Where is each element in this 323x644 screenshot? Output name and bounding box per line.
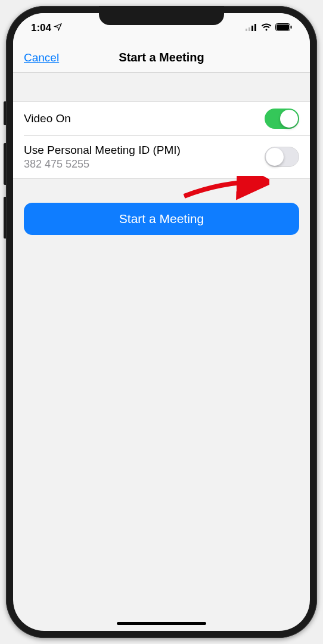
notch (99, 6, 224, 25)
toggle-knob (266, 148, 284, 166)
pmi-row: Use Personal Meeting ID (PMI) 382 475 52… (13, 135, 310, 178)
cellular-icon (246, 23, 257, 33)
status-time: 1:04 (31, 22, 51, 34)
toggle-knob (280, 110, 298, 128)
button-area: Start a Meeting (13, 179, 310, 235)
svg-rect-6 (291, 26, 292, 29)
page-title: Start a Meeting (24, 51, 299, 64)
svg-rect-3 (254, 24, 256, 31)
start-meeting-button[interactable]: Start a Meeting (24, 203, 299, 235)
video-on-toggle[interactable] (265, 109, 299, 129)
location-icon (54, 22, 62, 34)
pmi-toggle[interactable] (265, 147, 299, 167)
cancel-button[interactable]: Cancel (24, 51, 59, 64)
svg-rect-0 (246, 29, 247, 31)
svg-rect-5 (277, 24, 289, 30)
svg-rect-1 (249, 27, 250, 31)
settings-group: Video On Use Personal Meeting ID (PMI) 3… (13, 101, 310, 179)
home-indicator[interactable] (117, 622, 206, 625)
battery-icon (275, 23, 292, 33)
pmi-value: 382 475 5255 (24, 158, 181, 171)
status-right (246, 23, 292, 33)
nav-bar: Cancel Start a Meeting (13, 43, 310, 73)
status-left: 1:04 (31, 22, 62, 34)
pmi-text: Use Personal Meeting ID (PMI) 382 475 52… (24, 144, 181, 171)
header-gap (13, 73, 310, 101)
wifi-icon (261, 23, 272, 33)
video-on-row: Video On (13, 102, 310, 135)
svg-rect-2 (251, 26, 253, 31)
video-on-label: Video On (24, 112, 71, 125)
pmi-label: Use Personal Meeting ID (PMI) (24, 144, 181, 157)
screen: 1:04 (13, 13, 310, 631)
phone-frame: 1:04 (6, 6, 317, 638)
